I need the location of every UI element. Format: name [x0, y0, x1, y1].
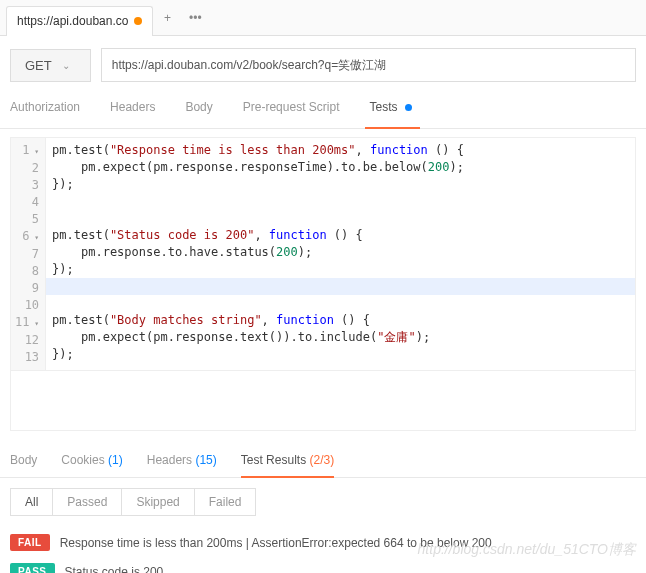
resp-tab-headers[interactable]: Headers (15) — [147, 449, 217, 471]
changed-dot-icon — [405, 104, 412, 111]
filter-skipped[interactable]: Skipped — [122, 489, 194, 515]
code-content[interactable]: pm.test("Response time is less than 200m… — [46, 138, 635, 370]
test-result-row: FAIL Response time is less than 200ms | … — [10, 528, 636, 557]
tab-menu-button[interactable]: ••• — [181, 4, 209, 32]
tab-tests[interactable]: Tests — [369, 94, 411, 120]
tab-authorization[interactable]: Authorization — [10, 94, 80, 120]
tab-bar: https://api.douban.co + ••• — [0, 0, 646, 36]
result-filter-group: All Passed Skipped Failed — [10, 488, 256, 516]
filter-failed[interactable]: Failed — [195, 489, 256, 515]
http-method-select[interactable]: GET ⌄ — [10, 49, 91, 82]
test-result-row: PASS Status code is 200 — [10, 557, 636, 573]
tab-title: https://api.douban.co — [17, 14, 128, 28]
result-text: Status code is 200 — [65, 565, 164, 574]
status-badge: PASS — [10, 563, 55, 573]
tab-tests-label: Tests — [369, 100, 397, 114]
status-badge: FAIL — [10, 534, 50, 551]
request-row: GET ⌄ — [0, 36, 646, 94]
request-tabs: Authorization Headers Body Pre-request S… — [0, 94, 646, 129]
result-text: Response time is less than 200ms | Asser… — [60, 536, 492, 550]
url-input[interactable] — [101, 48, 636, 82]
unsaved-dot-icon — [134, 17, 142, 25]
new-tab-button[interactable]: + — [153, 4, 181, 32]
tab-prerequest[interactable]: Pre-request Script — [243, 94, 340, 120]
test-result-list: FAIL Response time is less than 200ms | … — [0, 522, 646, 573]
editor-empty-area[interactable] — [10, 371, 636, 431]
tab-headers[interactable]: Headers — [110, 94, 155, 120]
filter-all[interactable]: All — [11, 489, 53, 515]
result-filter-row: All Passed Skipped Failed — [0, 478, 646, 522]
filter-passed[interactable]: Passed — [53, 489, 122, 515]
tab-body[interactable]: Body — [185, 94, 212, 120]
code-editor[interactable]: 12345678910111213 pm.test("Response time… — [10, 137, 636, 371]
line-gutter: 12345678910111213 — [11, 138, 46, 370]
response-tabs: Body Cookies (1) Headers (15) Test Resul… — [0, 439, 646, 478]
chevron-down-icon: ⌄ — [62, 60, 70, 71]
resp-tab-cookies[interactable]: Cookies (1) — [61, 449, 122, 471]
resp-tab-test-results[interactable]: Test Results (2/3) — [241, 449, 334, 471]
request-tab[interactable]: https://api.douban.co — [6, 6, 153, 36]
resp-tab-body[interactable]: Body — [10, 449, 37, 471]
method-label: GET — [25, 58, 52, 73]
